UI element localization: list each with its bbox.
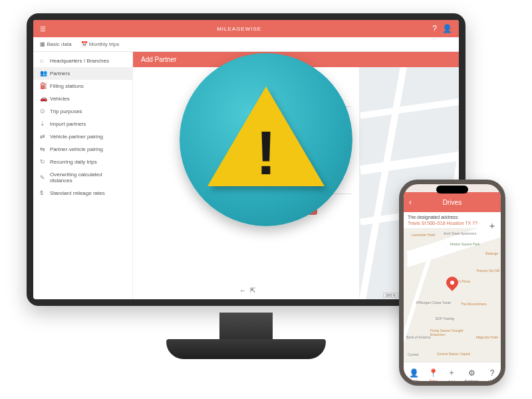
tab-basic-data[interactable]: ▦ Basic data <box>40 41 72 47</box>
map-poi: Lancaster Hotel <box>412 233 435 237</box>
sidebar-item-mileage-rates[interactable]: $Standard mileage rates <box>33 187 132 200</box>
back-icon[interactable]: ‹ <box>409 198 412 207</box>
back-arrow-icon[interactable]: ← <box>239 287 246 294</box>
map-poi: Central Station Capitol <box>437 352 470 356</box>
sidebar-item-partners[interactable]: 👥Partners <box>33 67 132 80</box>
car-icon: 🚗 <box>40 96 46 102</box>
monitor-base <box>166 339 326 359</box>
mobile-phone: ‹ Drives ＋ The designated address: Travi… <box>399 180 505 386</box>
help-icon: ? <box>490 368 495 378</box>
address-value: Travis St 500–518 Houston TX 77 <box>408 221 497 225</box>
map-poi: The Moonshiners <box>461 302 501 306</box>
home-icon: ⌂ <box>40 58 46 64</box>
edit-icon: ✎ <box>40 175 46 181</box>
map-poi: Flying Saucer Draught Emporium <box>430 329 470 336</box>
sidebar-item-vehicle-partner-pairing[interactable]: ⇄Vehicle-partner pairing <box>33 130 132 143</box>
map-poi: Batanga <box>485 251 498 255</box>
mobile-map-pin-icon <box>446 277 458 289</box>
plus-icon: ＋ <box>448 367 456 378</box>
form-footer: ← ⇱ <box>239 287 255 294</box>
download-icon: ⇣ <box>40 121 46 127</box>
map-poi: JPMorgan Chase Tower <box>416 301 451 305</box>
profile-icon: 👤 <box>409 368 419 378</box>
menu-icon[interactable]: ☰ <box>40 25 46 33</box>
tab-settings[interactable]: ⚙Settings <box>465 368 479 383</box>
mobile-map[interactable]: Lancaster Hotel Market Square Park Batan… <box>404 229 501 362</box>
exclamation-icon: ! <box>180 118 352 188</box>
dollar-icon: $ <box>40 190 46 196</box>
phone-notch <box>436 186 468 194</box>
repeat-icon: ↻ <box>40 159 46 165</box>
pair-icon: ⇆ <box>40 146 46 152</box>
address-label: The designated address: <box>408 215 497 219</box>
sidebar-item-trip-purposes[interactable]: ⊙Trip purposes <box>33 105 132 118</box>
add-icon[interactable]: ＋ <box>487 220 497 232</box>
map-poi: Conrad <box>408 352 418 356</box>
app-header: ☰ MILEAGEWISE ? 👤 <box>33 20 459 37</box>
help-icon[interactable]: ? <box>432 24 437 33</box>
sidebar-item-vehicles[interactable]: 🚗Vehicles <box>33 92 132 105</box>
map-poi: EDF Trading <box>436 317 454 321</box>
tab-add[interactable]: ＋Add <box>448 367 456 384</box>
map-poi: Market Square Park <box>450 242 479 246</box>
exit-icon[interactable]: ⇱ <box>250 287 255 294</box>
tab-monthly-trips[interactable]: 📅 Monthly trips <box>81 41 120 47</box>
warning-overlay: ! <box>180 53 352 226</box>
mobile-tabbar: 👤Profile 📍Trips ＋Add ⚙Settings ?Help <box>404 362 501 386</box>
brand-logo: MILEAGEWISE <box>217 26 261 32</box>
fuel-icon: ⛽ <box>40 83 46 89</box>
mobile-title: Drives <box>443 199 462 206</box>
sidebar-item-filling-stations[interactable]: ⛽Filling stations <box>33 80 132 92</box>
map-poi: Magnolia Hotel <box>476 335 498 339</box>
sidebar-item-recurring-trips[interactable]: ↻Recurring daily trips <box>33 156 132 168</box>
pin-icon: 📍 <box>428 368 438 378</box>
top-tabs: ▦ Basic data 📅 Monthly trips <box>33 37 459 52</box>
account-icon[interactable]: 👤 <box>442 24 452 33</box>
map-poi: Preston Stn NB <box>477 269 499 273</box>
sidebar-item-headquarters[interactable]: ⌂Headquarters / Branches <box>33 55 132 67</box>
tab-trips[interactable]: 📍Trips <box>428 368 438 383</box>
sidebar-item-overwriting-distances[interactable]: ✎Overwriting calculated distances <box>33 168 132 187</box>
gear-icon: ⚙ <box>468 368 475 378</box>
map-poi: Arch Tower Apartment <box>444 231 476 235</box>
sidebar-item-partner-vehicle-pairing[interactable]: ⇆Partner-vehicle pairing <box>33 143 132 156</box>
mobile-header: ‹ Drives <box>404 192 501 212</box>
sidebar: ⌂Headquarters / Branches 👥Partners ⛽Fill… <box>33 52 133 299</box>
target-icon: ⊙ <box>40 108 46 114</box>
sidebar-item-import-partners[interactable]: ⇣Import partners <box>33 118 132 130</box>
map-poi: Bank of America <box>406 335 430 339</box>
tab-help[interactable]: ?Help <box>488 368 496 383</box>
tab-profile[interactable]: 👤Profile <box>408 368 420 383</box>
pair-icon: ⇄ <box>40 134 46 140</box>
people-icon: 👥 <box>40 70 46 76</box>
